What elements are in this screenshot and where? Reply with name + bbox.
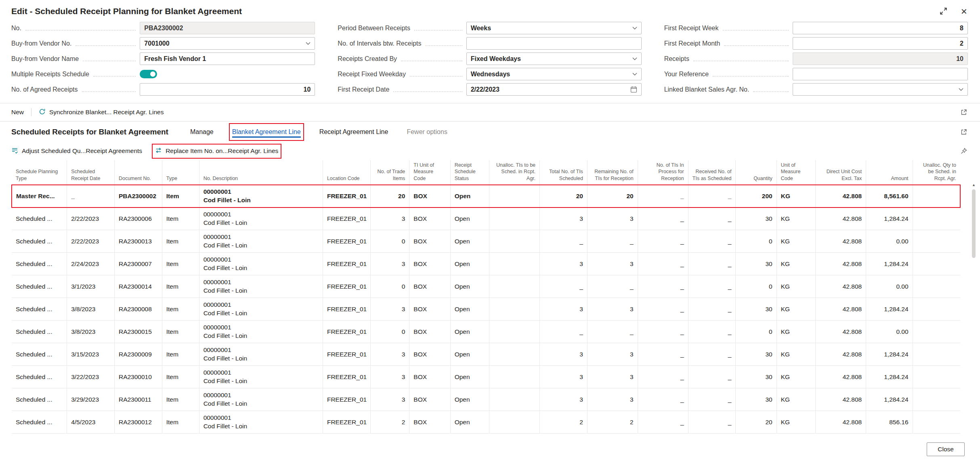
table-cell[interactable]: 0 [370,321,409,343]
calendar-icon[interactable] [630,86,637,93]
table-cell[interactable]: BOX [409,207,450,230]
table-cell[interactable]: 2/24/2023 [67,253,115,275]
table-row[interactable]: Scheduled ...2/22/2023RA2300013Item00000… [12,230,960,253]
table-cell[interactable]: 1,284.24 [866,366,913,388]
table-cell[interactable]: _ [587,321,638,343]
tab-manage[interactable]: Manage [190,126,214,138]
table-cell[interactable]: KG [776,207,816,230]
table-cell[interactable]: 0 [370,230,409,253]
table-cell[interactable]: KG [776,230,816,253]
table-cell[interactable]: FREEZER_01 [323,230,370,253]
table-cell[interactable]: _ [67,185,115,207]
table-cell[interactable]: 20 [587,185,638,207]
table-cell[interactable]: _ [638,230,688,253]
table-cell[interactable]: 30 [736,366,776,388]
table-cell[interactable]: 3/8/2023 [67,321,115,343]
table-cell[interactable]: _ [540,275,588,298]
table-cell[interactable]: 00000001Cod Fillet - Loin [199,321,323,343]
table-cell[interactable]: 00000001Cod Fillet - Loin [199,275,323,298]
table-cell[interactable] [913,253,960,275]
table-cell[interactable]: 42.808 [816,230,866,253]
table-cell[interactable]: FREEZER_01 [323,298,370,321]
table-cell[interactable] [913,321,960,343]
table-cell[interactable]: KG [776,366,816,388]
table-row[interactable]: Scheduled ...3/8/2023RA2300008Item000000… [12,298,960,321]
table-row[interactable]: Scheduled ...2/22/2023RA2300006Item00000… [12,207,960,230]
table-cell[interactable]: 30 [736,388,776,411]
column-header[interactable]: Scheduled Receipt Date [67,160,115,185]
chevron-down-icon[interactable] [632,73,637,75]
table-cell[interactable]: Open [450,321,489,343]
first-receipt-month-input[interactable]: 2 [793,37,968,50]
table-cell[interactable]: 3 [540,253,588,275]
no-of-agreed-receipts-input[interactable]: 10 [140,83,315,96]
table-cell[interactable]: BOX [409,366,450,388]
receipts-created-by-combobox[interactable]: Fixed Weekdays [466,52,642,65]
table-cell[interactable]: 00000001Cod Fillet - Loin [199,207,323,230]
table-cell[interactable]: 1,284.24 [866,207,913,230]
table-cell[interactable]: FREEZER_01 [323,185,370,207]
table-cell[interactable]: 00000001Cod Fillet - Loin [199,388,323,411]
table-cell[interactable]: BOX [409,253,450,275]
table-cell[interactable]: FREEZER_01 [323,411,370,434]
table-cell[interactable]: 20 [370,185,409,207]
table-cell[interactable]: 3/22/2023 [67,366,115,388]
table-cell[interactable]: _ [688,321,736,343]
table-cell[interactable]: RA2300009 [114,343,162,366]
table-cell[interactable]: 20 [736,411,776,434]
table-row[interactable]: Scheduled ...3/8/2023RA2300015Item000000… [12,321,960,343]
table-cell[interactable]: Item [162,207,199,230]
table-cell[interactable]: 30 [736,343,776,366]
table-cell[interactable]: 00000001Cod Fillet - Loin [199,185,323,207]
table-cell[interactable] [489,366,540,388]
table-cell[interactable]: PBA2300002 [114,185,162,207]
table-cell[interactable]: _ [638,366,688,388]
table-cell[interactable]: Item [162,366,199,388]
table-cell[interactable]: 0 [736,321,776,343]
table-cell[interactable]: Open [450,343,489,366]
table-cell[interactable]: RA2300012 [114,411,162,434]
table-cell[interactable]: 3 [587,366,638,388]
your-reference-input[interactable] [793,68,968,80]
table-cell[interactable]: Open [450,366,489,388]
table-cell[interactable]: 30 [736,298,776,321]
column-header[interactable]: Remaining No. of TIs for Reception [587,160,638,185]
table-cell[interactable]: KG [776,298,816,321]
table-row[interactable]: Master Rec..._PBA2300002Item00000001Cod … [12,185,960,207]
chevron-down-icon[interactable] [632,57,637,60]
adjust-scheduled-qty-button[interactable]: Adjust Scheduled Qu...Receipt Agreements [11,147,142,155]
table-cell[interactable]: _ [688,388,736,411]
table-cell[interactable]: Item [162,185,199,207]
table-cell[interactable]: Open [450,207,489,230]
replace-item-no-button[interactable]: Replace Item No. on...Receipt Agr. Lines [155,147,278,155]
table-cell[interactable]: KG [776,343,816,366]
close-icon[interactable]: × [961,8,967,15]
table-cell[interactable]: Item [162,298,199,321]
table-cell[interactable]: _ [688,253,736,275]
table-cell[interactable]: 42.808 [816,343,866,366]
first-receipt-week-input[interactable]: 8 [793,22,968,34]
column-header[interactable]: Amount [866,160,913,185]
table-cell[interactable]: _ [638,275,688,298]
table-cell[interactable] [913,343,960,366]
table-cell[interactable] [913,411,960,434]
column-header[interactable]: TI Unit of Measure Code [409,160,450,185]
column-header[interactable]: No. Description [199,160,323,185]
table-cell[interactable]: FREEZER_01 [323,321,370,343]
table-cell[interactable]: 3/15/2023 [67,343,115,366]
table-cell[interactable]: 42.808 [816,321,866,343]
table-cell[interactable] [489,343,540,366]
table-cell[interactable]: 42.808 [816,253,866,275]
table-cell[interactable]: _ [688,298,736,321]
table-cell[interactable]: BOX [409,230,450,253]
table-cell[interactable] [489,298,540,321]
table-cell[interactable]: Open [450,253,489,275]
table-cell[interactable]: RA2300006 [114,207,162,230]
table-cell[interactable]: 3 [370,343,409,366]
scrollbar-thumb[interactable] [972,189,976,258]
table-cell[interactable]: 00000001Cod Fillet - Loin [199,298,323,321]
table-row[interactable]: Scheduled ...4/5/2023RA2300012Item000000… [12,411,960,434]
table-cell[interactable] [913,275,960,298]
table-cell[interactable]: _ [688,275,736,298]
table-cell[interactable] [913,207,960,230]
